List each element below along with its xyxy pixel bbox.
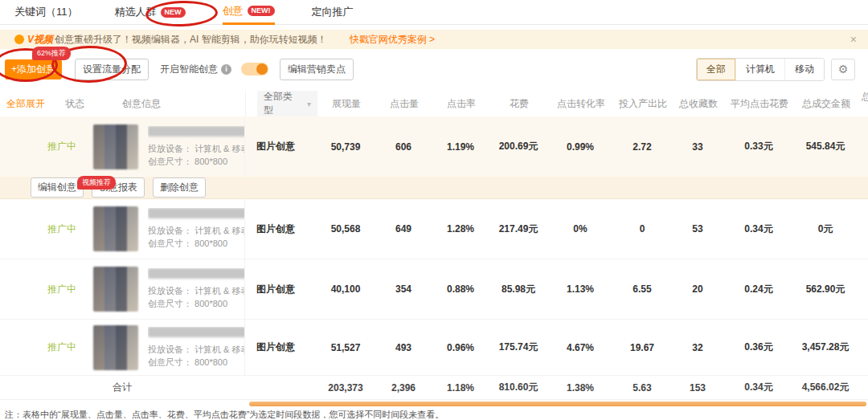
- header-clicks: 点击量: [375, 97, 433, 111]
- add-creative-button[interactable]: +添加创意: [5, 59, 62, 80]
- creative-thumbnail[interactable]: [93, 206, 138, 251]
- cell-carts: 20: [857, 283, 868, 295]
- cell-impressions: 50,739: [317, 141, 375, 153]
- traffic-allocation-button[interactable]: 设置流量分配: [75, 59, 149, 80]
- total-label: 合计: [0, 381, 245, 394]
- device-segmented-control: 全部 计算机 移动: [696, 58, 825, 81]
- type-filter-dropdown[interactable]: 全部类型 ▾: [257, 91, 317, 116]
- creative-row-left: 推广中 投放设备： 计算机 & 移动 创意尺寸： 800*800: [0, 199, 245, 259]
- close-icon[interactable]: ×: [850, 33, 857, 46]
- new-badge: NEW: [161, 7, 186, 18]
- toggle-knob: [256, 63, 268, 75]
- total-row: 合计 203,373 2,396 1.18% 810.60元 1.38% 5.6…: [0, 376, 868, 400]
- tab-label: 定向推广: [312, 1, 354, 23]
- creative-thumbnail[interactable]: [93, 325, 138, 370]
- cell-roi: 19.67: [612, 342, 672, 353]
- device-filter-mobile[interactable]: 移动: [784, 59, 824, 80]
- creative-size: 创意尺寸： 800*800: [148, 297, 244, 310]
- cell-type: 图片创意: [245, 222, 317, 236]
- delete-creative-button[interactable]: 删除创意: [153, 177, 206, 198]
- total-ctr: 1.18%: [432, 382, 489, 393]
- creative-row-metrics: 图片创意 50,739 606 1.19% 200.69元 0.99% 2.72…: [245, 116, 868, 177]
- creative-toolbar: +添加创意 设置流量分配 开启智能创意 i 编辑营销卖点 全部 计算机 移动 ⚙: [0, 57, 868, 81]
- header-impressions: 展现量: [317, 97, 375, 111]
- status-badge: 推广中: [39, 140, 85, 153]
- cell-roi: 2.72: [612, 141, 672, 153]
- expand-all-link[interactable]: 全部展开: [6, 97, 51, 111]
- creative-size: 创意尺寸： 800*800: [148, 356, 244, 369]
- total-gmv: 4,566.02元: [794, 381, 857, 394]
- creative-row-metrics: 图片创意 51,527 493 0.96% 175.74元 4.67% 19.6…: [245, 320, 868, 375]
- creative-device: 投放设备： 计算机 & 移动: [148, 284, 244, 297]
- creative-row: 推广中 投放设备： 计算机 & 移动 创意尺寸： 800*800 图片创意 50…: [0, 116, 868, 177]
- cell-favorites: 53: [672, 223, 723, 234]
- creative-row-left: 推广中 投放设备： 计算机 & 移动 创意尺寸： 800*800: [0, 116, 245, 177]
- total-cost: 810.60元: [489, 381, 548, 394]
- cell-ctr: 1.28%: [432, 223, 489, 234]
- edit-selling-point-button[interactable]: 编辑营销卖点: [280, 59, 354, 80]
- gear-icon[interactable]: ⚙: [831, 59, 855, 80]
- creative-info: 投放设备： 计算机 & 移动 创意尺寸： 800*800: [148, 268, 244, 310]
- cell-impressions: 50,568: [317, 223, 375, 234]
- cell-avg-cpc: 0.33元: [723, 140, 794, 153]
- horizontal-scrollbar[interactable]: [249, 402, 866, 406]
- cell-ctr: 1.19%: [432, 141, 489, 153]
- header-carts: 总购物车数: [858, 91, 868, 116]
- creative-thumbnail[interactable]: [93, 124, 138, 169]
- cell-cost: 217.49元: [489, 222, 548, 236]
- status-badge: 推广中: [39, 222, 85, 236]
- cell-ctr: 0.96%: [432, 342, 489, 353]
- info-icon[interactable]: i: [221, 64, 231, 75]
- cell-ctr: 0.88%: [432, 283, 489, 295]
- smart-creative-label: 开启智能创意: [160, 63, 218, 76]
- tab-creative[interactable]: 创意NEW!: [223, 0, 275, 25]
- cell-impressions: 51,527: [317, 342, 375, 353]
- cell-cost: 85.98元: [489, 283, 548, 296]
- table-header-right: 全部类型 ▾ 展现量 点击量 点击率 花费 点击转化率 投入产出比 总收藏数 平…: [245, 91, 868, 116]
- cell-favorites: 32: [672, 342, 723, 353]
- total-roi: 5.63: [612, 382, 672, 393]
- video-logo-icon: [14, 35, 24, 44]
- cell-cvr: 1.13%: [548, 283, 612, 295]
- chevron-down-icon: ▾: [307, 100, 311, 108]
- creative-title-blurred: [148, 126, 244, 137]
- creative-row-metrics: 图片创意 40,100 354 0.88% 85.98元 1.13% 6.55 …: [245, 259, 868, 319]
- cell-favorites: 20: [672, 283, 723, 295]
- creative-title-blurred: [148, 268, 244, 279]
- video-recommend-badge: 视频推荐: [77, 176, 116, 190]
- creative-device: 投放设备： 计算机 & 移动: [148, 142, 244, 155]
- creative-size: 创意尺寸： 800*800: [148, 155, 244, 168]
- tab-targeting[interactable]: 定向推广: [312, 0, 354, 25]
- creative-row-left: 推广中 投放设备： 计算机 & 移动 创意尺寸： 800*800: [0, 320, 245, 375]
- device-filter-pc[interactable]: 计算机: [735, 59, 784, 80]
- creative-row-left: 推广中 投放设备： 计算机 & 移动 创意尺寸： 800*800: [0, 259, 245, 319]
- tab-audience[interactable]: 精选人群NEW: [115, 0, 186, 25]
- header-favorites: 总收藏数: [673, 97, 724, 111]
- header-cvr: 点击转化率: [549, 97, 613, 111]
- new-badge: NEW!: [248, 6, 275, 16]
- total-favorites: 153: [672, 382, 723, 393]
- tab-label: 创意: [223, 0, 244, 22]
- edit-creative-button[interactable]: 编辑创意: [31, 177, 84, 198]
- device-filter-group: 全部 计算机 移动 ⚙: [696, 58, 855, 81]
- cell-favorites: 33: [672, 141, 723, 153]
- smart-creative-toggle[interactable]: [241, 63, 268, 75]
- cell-carts: 51: [857, 223, 868, 234]
- creative-row: 推广中 投放设备： 计算机 & 移动 创意尺寸： 800*800 图片创意 40…: [0, 259, 868, 320]
- creative-thumbnail[interactable]: [93, 267, 138, 312]
- creative-actions-row: 编辑创意 创意报表 删除创意: [0, 177, 868, 199]
- status-badge: 推广中: [39, 283, 85, 296]
- cell-gmv: 545.84元: [794, 140, 857, 153]
- header-roi: 投入产出比: [613, 97, 673, 111]
- creative-device: 投放设备： 计算机 & 移动: [148, 224, 244, 237]
- banner-text: 创意重磅升级了！视频编辑器，AI 智能剪辑，助你玩转短视频！: [55, 33, 327, 47]
- creative-device: 投放设备： 计算机 & 移动: [148, 343, 244, 356]
- tab-label: 关键词（11）: [14, 1, 78, 23]
- status-badge: 推广中: [39, 340, 85, 354]
- total-carts: 243: [857, 382, 868, 393]
- device-filter-all[interactable]: 全部: [697, 59, 735, 80]
- tab-keywords[interactable]: 关键词（11）: [14, 0, 78, 25]
- banner-case-link[interactable]: 快戳官网优秀案例 >: [350, 33, 435, 47]
- creative-title-blurred: [148, 327, 244, 337]
- creative-row: 推广中 投放设备： 计算机 & 移动 创意尺寸： 800*800 图片创意 50…: [0, 199, 868, 259]
